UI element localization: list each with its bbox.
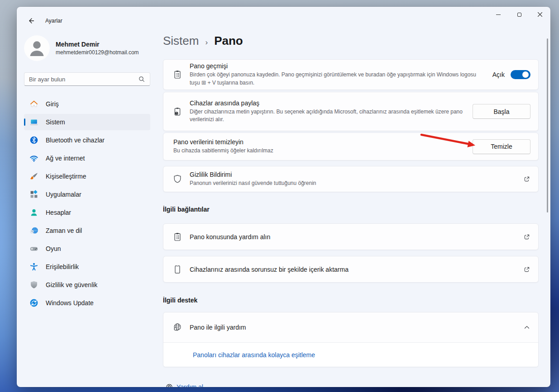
document-icon bbox=[172, 264, 182, 274]
search-input[interactable] bbox=[29, 76, 138, 83]
setting-title: Pano geçmişi bbox=[190, 62, 486, 70]
setting-description: Birden çok öğeyi panonuza kaydedin. Pano… bbox=[190, 71, 486, 87]
sidebar-item-erisilebilirlik[interactable]: Erişilebilirlik bbox=[24, 259, 150, 275]
section-heading-related-links: İlgili bağlantılar bbox=[163, 206, 210, 213]
maximize-button[interactable] bbox=[509, 7, 530, 22]
back-button[interactable] bbox=[27, 17, 35, 25]
support-expander-header[interactable]: Pano ile ilgili yardım bbox=[163, 312, 538, 342]
personalization-icon bbox=[29, 172, 38, 181]
sync-clipboards-link[interactable]: Panoları cihazlar arasında kolayca eşitl… bbox=[193, 351, 315, 359]
sidebar-item-oyun[interactable]: Oyun bbox=[24, 241, 150, 257]
card-clipboard-help-link[interactable]: Pano konusunda yardım alın bbox=[163, 223, 539, 250]
web-help-icon bbox=[172, 322, 182, 332]
external-link-icon bbox=[523, 175, 530, 183]
clear-button[interactable]: Temizle bbox=[473, 139, 530, 154]
sidebar-item-ag-internet[interactable]: Ağ ve internet bbox=[24, 150, 150, 166]
chevron-up-icon bbox=[523, 324, 530, 331]
help-icon bbox=[166, 383, 173, 387]
card-share-across-devices: Cihazlar arasında paylaş Diğer cihazları… bbox=[163, 92, 539, 131]
start-button[interactable]: Başla bbox=[473, 104, 530, 119]
sidebar-item-label: Ağ ve internet bbox=[46, 155, 85, 162]
sidebar-item-zaman-dil[interactable]: Zaman ve dil bbox=[24, 222, 150, 239]
setting-title: Pano verilerini temizleyin bbox=[173, 138, 466, 146]
clipboard-history-icon bbox=[172, 70, 182, 80]
settings-search bbox=[24, 72, 150, 86]
sidebar-item-hesaplar[interactable]: Hesaplar bbox=[24, 204, 150, 221]
external-link-icon bbox=[523, 266, 530, 273]
toggle-knob bbox=[522, 71, 529, 78]
sidebar-item-gizlilik[interactable]: Gizlilik ve güvenlik bbox=[24, 277, 150, 293]
card-support-expander: Pano ile ilgili yardım Panoları cihazlar… bbox=[163, 312, 539, 367]
avatar bbox=[24, 35, 50, 61]
breadcrumb-separator: › bbox=[205, 38, 208, 47]
sidebar-item-label: Gizlilik ve güvenlik bbox=[46, 281, 97, 288]
link-title: Pano konusunda yardım alın bbox=[190, 233, 517, 241]
settings-window: Ayarlar Mehmet Demir mehmetdemir00129@ho… bbox=[17, 7, 550, 387]
scrollbar[interactable] bbox=[547, 38, 548, 213]
sidebar-item-label: Windows Update bbox=[46, 299, 94, 307]
sidebar-item-kisisellestirme[interactable]: Kişiselleştirme bbox=[24, 168, 150, 184]
section-heading-related-support: İlgili destek bbox=[163, 297, 197, 304]
accounts-icon bbox=[29, 208, 38, 217]
breadcrumb: Sistem › Pano bbox=[163, 34, 243, 48]
sidebar-item-label: Kişiselleştirme bbox=[46, 173, 86, 180]
get-help-link[interactable]: Yardım al bbox=[166, 383, 203, 387]
sidebar-item-label: Sistem bbox=[46, 118, 65, 126]
sidebar-item-bluetooth[interactable]: Bluetooth ve cihazlar bbox=[24, 132, 150, 148]
sidebar-item-label: Hesaplar bbox=[46, 209, 71, 216]
privacy-icon bbox=[29, 280, 38, 289]
network-icon bbox=[29, 154, 38, 163]
clipboard-help-icon bbox=[172, 232, 182, 242]
card-privacy-statement[interactable]: Gizlilik Bildirimi Panonun verilerinizi … bbox=[163, 166, 539, 192]
app-title: Ayarlar bbox=[45, 18, 62, 24]
minimize-button[interactable] bbox=[488, 7, 509, 22]
get-help-label: Yardım al bbox=[177, 383, 203, 387]
sidebar-item-label: Uygulamalar bbox=[46, 191, 81, 198]
support-expander-body: Panoları cihazlar arasında kolayca eşitl… bbox=[163, 342, 538, 367]
search-icon bbox=[138, 76, 145, 83]
user-profile[interactable]: Mehmet Demir mehmetdemir00129@hotmail.co… bbox=[24, 35, 139, 61]
sidebar-item-uygulamalar[interactable]: Uygulamalar bbox=[24, 186, 150, 203]
sidebar-item-label: Bluetooth ve cihazlar bbox=[46, 137, 105, 144]
clipboard-history-toggle[interactable] bbox=[511, 70, 530, 79]
sidebar-item-label: Erişilebilirlik bbox=[46, 263, 79, 270]
setting-title: Cihazlar arasında paylaş bbox=[190, 99, 466, 107]
sidebar-item-label: Giriş bbox=[46, 100, 59, 108]
sidebar-item-windows-update[interactable]: Windows Update bbox=[24, 295, 150, 311]
home-icon bbox=[29, 99, 38, 109]
profile-email: mehmetdemir00129@hotmail.com bbox=[56, 49, 139, 56]
maximize-icon bbox=[517, 13, 521, 17]
card-clipboard-history: Pano geçmişi Birden çok öğeyi panonuza k… bbox=[163, 59, 539, 90]
desktop: { "window": { "title": "Ayarlar" }, "pro… bbox=[0, 0, 559, 392]
setting-description: Panonun verilerinizi nasıl güvende tuttu… bbox=[190, 179, 517, 187]
support-expander-title: Pano ile ilgili yardım bbox=[190, 324, 517, 331]
shield-icon bbox=[172, 174, 182, 184]
page-title: Pano bbox=[214, 34, 243, 48]
card-transfer-content-link[interactable]: Cihazlarınız arasında sorunsuz bir şekil… bbox=[163, 256, 539, 283]
windows-update-icon bbox=[29, 298, 38, 307]
setting-title: Gizlilik Bildirimi bbox=[190, 171, 517, 178]
apps-icon bbox=[29, 190, 38, 199]
external-link-icon bbox=[523, 233, 530, 241]
toggle-state-label: Açık bbox=[492, 71, 505, 78]
window-controls bbox=[488, 7, 550, 22]
bluetooth-icon bbox=[29, 136, 38, 145]
profile-name: Mehmet Demir bbox=[56, 41, 139, 48]
sidebar-item-sistem[interactable]: Sistem bbox=[24, 114, 150, 130]
close-button[interactable] bbox=[530, 7, 550, 22]
close-icon bbox=[537, 12, 543, 17]
sidebar-item-label: Oyun bbox=[46, 245, 61, 252]
card-clear-clipboard: Pano verilerini temizleyin Bu cihazda sa… bbox=[163, 132, 539, 161]
setting-description: Diğer cihazlarınıza metin yapıştırın. Bu… bbox=[190, 108, 466, 124]
setting-description: Bu cihazda sabitlenmiş öğeler kaldırılma… bbox=[173, 147, 466, 155]
accessibility-icon bbox=[29, 262, 38, 271]
system-icon bbox=[29, 118, 38, 127]
sidebar-item-label: Zaman ve dil bbox=[46, 227, 82, 234]
titlebar: Ayarlar bbox=[27, 17, 62, 25]
breadcrumb-parent[interactable]: Sistem bbox=[163, 34, 199, 48]
back-arrow-icon bbox=[27, 17, 35, 25]
sidebar-item-giris[interactable]: Giriş bbox=[24, 96, 150, 112]
gaming-icon bbox=[29, 244, 38, 253]
link-title: Cihazlarınız arasında sorunsuz bir şekil… bbox=[190, 266, 517, 273]
sidebar-nav: Giriş Sistem Bluetooth ve cihazlar Ağ ve… bbox=[24, 96, 150, 311]
